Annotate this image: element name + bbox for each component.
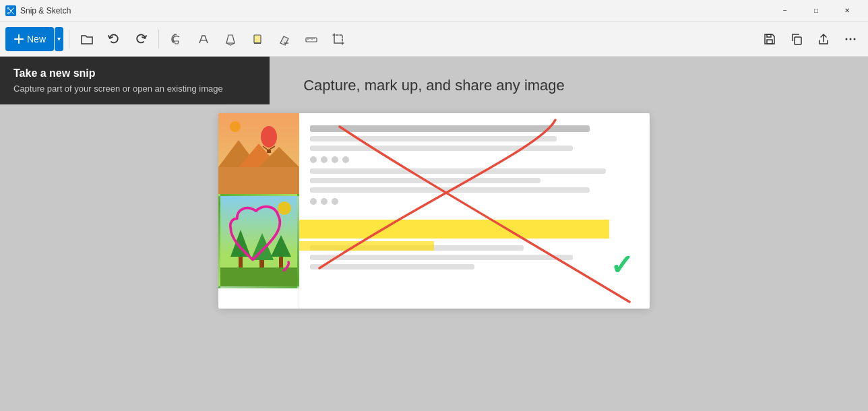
main-content: Capture, mark up, and share any image [0, 57, 868, 411]
crop-icon [331, 32, 346, 46]
close-button[interactable]: ✕ [832, 0, 863, 22]
dots-row-2 [310, 198, 639, 205]
folder-icon [80, 32, 94, 46]
svg-rect-14 [795, 37, 801, 44]
redo-icon [134, 32, 148, 46]
content-lines-mid [310, 168, 639, 193]
ballpoint-pen-button[interactable] [191, 27, 216, 51]
line-8 [310, 255, 573, 260]
svg-rect-1 [18, 34, 20, 44]
dropdown-description: Capture part of your screen or open an e… [13, 84, 256, 94]
ruler-icon [304, 32, 319, 46]
main-heading: Capture, mark up, and share any image [303, 77, 565, 94]
svg-rect-33 [220, 267, 299, 288]
svg-point-17 [854, 38, 856, 40]
crop-button[interactable] [326, 27, 350, 51]
svg-rect-13 [767, 34, 771, 37]
redo-button[interactable] [129, 27, 153, 51]
card-content: ✓ [299, 113, 650, 309]
landscape-scene [220, 196, 299, 288]
svg-point-15 [846, 38, 848, 40]
save-icon [763, 32, 776, 46]
new-dropdown-button[interactable]: ▾ [55, 27, 63, 51]
line-9 [310, 264, 474, 270]
eraser-button[interactable] [272, 27, 297, 51]
copy-icon [790, 32, 803, 46]
svg-rect-4 [254, 35, 261, 43]
scissors-icon [7, 7, 15, 15]
eraser-icon [277, 32, 292, 46]
green-checkmark: ✓ [610, 249, 633, 282]
share-icon [817, 32, 830, 46]
svg-rect-32 [279, 257, 283, 267]
pencil-icon [223, 32, 238, 46]
highlighter-icon [250, 32, 265, 46]
svg-point-16 [850, 38, 852, 40]
title-bar: Snip & Sketch − □ ✕ [0, 0, 868, 22]
svg-point-23 [261, 126, 277, 148]
dot-2 [321, 156, 328, 163]
dot-3 [332, 156, 338, 163]
ruler-button[interactable] [299, 27, 323, 51]
svg-rect-7 [306, 38, 317, 42]
dot-5 [310, 198, 317, 205]
svg-rect-22 [218, 167, 299, 194]
toolbar-right [757, 27, 863, 51]
dot-7 [332, 198, 338, 205]
minimize-button[interactable]: − [770, 0, 801, 22]
dropdown-title: Take a new snip [13, 67, 256, 80]
line-2 [310, 136, 557, 141]
touch-write-icon [169, 32, 184, 46]
highlight-bar-1 [299, 220, 609, 239]
pencil-button[interactable] [218, 27, 243, 51]
copy-button[interactable] [784, 27, 809, 51]
highlighter-button[interactable] [245, 27, 270, 51]
svg-point-25 [230, 121, 241, 132]
app-icon [5, 5, 16, 16]
ballpoint-pen-icon [196, 32, 211, 46]
open-file-button[interactable] [75, 27, 99, 51]
svg-point-34 [278, 201, 291, 215]
line-5 [310, 178, 540, 183]
new-button-group: New ▾ [5, 27, 63, 51]
line-1 [310, 125, 590, 132]
dots-row-1 [310, 156, 639, 163]
line-3 [310, 146, 573, 151]
scissors-new-icon [13, 34, 24, 44]
dot-1 [310, 156, 317, 163]
preview-card: ✓ [218, 113, 650, 309]
line-4 [310, 168, 606, 174]
more-icon [844, 32, 857, 46]
save-button[interactable] [757, 27, 782, 51]
toolbar: New ▾ [0, 22, 868, 57]
window-controls: − □ ✕ [770, 0, 863, 22]
app-title: Snip & Sketch [20, 6, 770, 15]
bottom-image [218, 194, 299, 288]
share-button[interactable] [811, 27, 836, 51]
touch-write-button[interactable] [164, 27, 189, 51]
highlight-bar-2 [299, 241, 434, 251]
undo-icon [107, 32, 121, 46]
dot-6 [321, 198, 328, 205]
svg-rect-24 [267, 150, 271, 153]
more-button[interactable] [838, 27, 863, 51]
maximize-button[interactable]: □ [801, 0, 832, 22]
undo-button[interactable] [102, 27, 126, 51]
new-button[interactable]: New [5, 27, 54, 51]
content-lines-top [310, 125, 639, 151]
svg-rect-12 [767, 40, 772, 44]
sep-1 [69, 30, 69, 49]
sep-2 [158, 30, 159, 49]
line-6 [310, 187, 590, 193]
dot-4 [342, 156, 349, 163]
svg-rect-28 [239, 257, 243, 267]
new-snip-dropdown: Take a new snip Capture part of your scr… [0, 57, 270, 104]
desert-scene [218, 113, 299, 194]
top-image [218, 113, 299, 194]
card-images [218, 113, 299, 309]
